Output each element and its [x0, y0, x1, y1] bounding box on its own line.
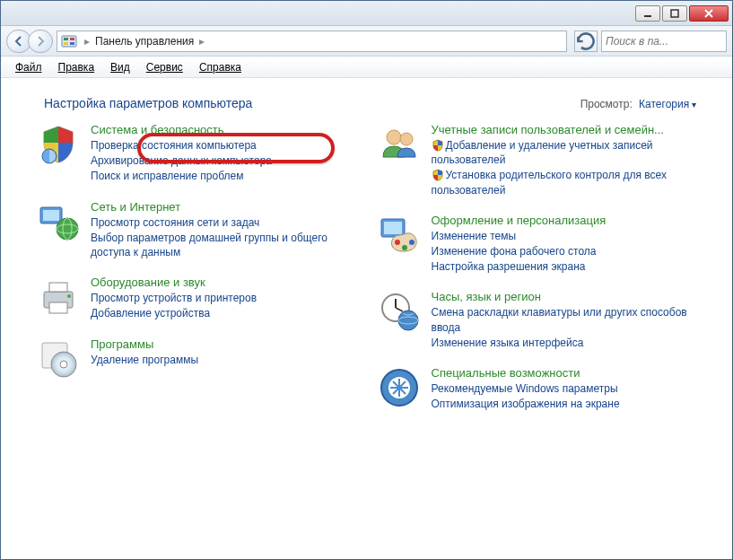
- svg-rect-11: [43, 210, 59, 221]
- category-link[interactable]: Изменение языка интерфейса: [432, 336, 697, 350]
- svg-rect-5: [64, 42, 68, 45]
- category-link[interactable]: Проверка состояния компьютера: [91, 138, 356, 153]
- category-link[interactable]: Оптимизация изображения на экране: [432, 397, 697, 411]
- svg-point-26: [395, 240, 400, 245]
- view-label: Просмотр:: [580, 98, 633, 110]
- titlebar: [1, 1, 732, 26]
- svg-rect-1: [671, 10, 678, 17]
- svg-rect-0: [644, 15, 651, 17]
- clock-globe-icon: [378, 290, 421, 333]
- page-title: Настройка параметров компьютера: [44, 96, 252, 110]
- close-button[interactable]: [689, 5, 729, 22]
- svg-point-18: [67, 294, 71, 298]
- category-title[interactable]: Часы, язык и регион: [432, 290, 541, 303]
- category-link[interactable]: Рекомендуемые Windows параметры: [432, 381, 697, 396]
- svg-point-22: [387, 130, 401, 144]
- svg-point-21: [60, 361, 67, 368]
- category-link[interactable]: Добавление устройства: [91, 306, 356, 320]
- category-link[interactable]: Архивирование данных компьютера: [91, 153, 356, 168]
- control-panel-icon: [61, 33, 77, 49]
- menu-bar: Файл Правка Вид Сервис Справка: [1, 57, 732, 78]
- svg-point-28: [409, 240, 414, 245]
- breadcrumb-sep: ▸: [81, 35, 93, 48]
- category-column-left: Система и безопасностьПроверка состояния…: [37, 123, 356, 427]
- category-security-shield: Система и безопасностьПроверка состояния…: [37, 123, 356, 184]
- category-network-globe: Сеть и ИнтернетПросмотр состояния сети и…: [37, 200, 356, 260]
- programs-disc-icon: [37, 337, 80, 381]
- security-shield-icon: [37, 123, 80, 166]
- address-bar[interactable]: ▸ Панель управления ▸: [57, 31, 567, 52]
- category-link[interactable]: Просмотр состояния сети и задач: [91, 215, 356, 230]
- svg-rect-3: [64, 38, 68, 40]
- svg-rect-25: [384, 222, 402, 234]
- menu-help[interactable]: Справка: [192, 59, 249, 75]
- svg-point-27: [402, 245, 407, 250]
- svg-rect-4: [70, 38, 74, 40]
- users-icon: [378, 123, 421, 166]
- uac-shield-icon: [432, 169, 444, 181]
- category-title[interactable]: Сеть и Интернет: [91, 200, 180, 214]
- category-ease-access: Специальные возможностиРекомендуемые Win…: [378, 366, 697, 411]
- category-title[interactable]: Система и безопасность: [91, 123, 224, 136]
- category-column-right: Учетные записи пользователей и семейн...…: [378, 123, 697, 427]
- category-title[interactable]: Специальные возможности: [432, 366, 580, 380]
- svg-rect-16: [49, 283, 67, 292]
- svg-point-32: [398, 311, 418, 330]
- breadcrumb-item[interactable]: Панель управления: [93, 35, 196, 48]
- svg-point-12: [57, 218, 78, 240]
- category-clock-globe: Часы, язык и регионСмена раскладки клави…: [378, 290, 697, 350]
- svg-rect-6: [70, 42, 74, 45]
- svg-rect-2: [62, 36, 76, 47]
- category-link[interactable]: Добавление и удаление учетных записей по…: [432, 138, 697, 167]
- category-link[interactable]: Удаление программы: [91, 353, 356, 367]
- view-mode-dropdown[interactable]: Категория: [635, 98, 696, 110]
- category-link[interactable]: Смена раскладки клавиатуры или других сп…: [432, 305, 697, 334]
- category-link[interactable]: Просмотр устройств и принтеров: [91, 291, 356, 305]
- nav-toolbar: ▸ Панель управления ▸: [1, 26, 732, 57]
- category-link[interactable]: Изменение темы: [432, 229, 697, 243]
- minimize-button[interactable]: [635, 5, 660, 22]
- printer-icon: [37, 276, 80, 319]
- control-panel-window: ▸ Панель управления ▸ Файл Правка Вид Се…: [0, 0, 733, 560]
- category-title[interactable]: Оборудование и звук: [91, 276, 205, 289]
- search-input[interactable]: [606, 35, 733, 48]
- appearance-palette-icon: [378, 214, 421, 257]
- menu-file[interactable]: Файл: [8, 59, 49, 75]
- category-printer: Оборудование и звукПросмотр устройств и …: [37, 276, 356, 320]
- menu-edit[interactable]: Правка: [51, 59, 102, 75]
- category-title[interactable]: Программы: [91, 337, 153, 351]
- content-area: Настройка параметров компьютера Просмотр…: [1, 78, 732, 559]
- svg-rect-17: [49, 302, 67, 313]
- menu-view[interactable]: Вид: [103, 59, 137, 75]
- menu-tools[interactable]: Сервис: [139, 59, 190, 75]
- category-link[interactable]: Изменение фона рабочего стола: [432, 244, 697, 258]
- uac-shield-icon: [432, 139, 444, 152]
- category-title[interactable]: Учетные записи пользователей и семейн...: [432, 123, 664, 136]
- svg-point-23: [400, 133, 413, 145]
- breadcrumb-sep[interactable]: ▸: [196, 35, 208, 48]
- category-users: Учетные записи пользователей и семейн...…: [378, 123, 697, 197]
- category-link[interactable]: Выбор параметров домашней группы и общег…: [91, 231, 356, 259]
- network-globe-icon: [37, 200, 80, 243]
- maximize-button[interactable]: [662, 5, 687, 22]
- category-link[interactable]: Установка родительского контроля для все…: [432, 168, 697, 197]
- search-box[interactable]: [601, 31, 727, 52]
- refresh-button[interactable]: [574, 31, 598, 52]
- category-title[interactable]: Оформление и персонализация: [432, 214, 606, 227]
- forward-button[interactable]: [28, 30, 53, 53]
- category-programs-disc: ПрограммыУдаление программы: [37, 337, 356, 381]
- ease-access-icon: [378, 366, 421, 409]
- category-link[interactable]: Настройка разрешения экрана: [432, 259, 697, 274]
- category-link[interactable]: Поиск и исправление проблем: [91, 169, 356, 183]
- category-appearance-palette: Оформление и персонализацияИзменение тем…: [378, 214, 697, 275]
